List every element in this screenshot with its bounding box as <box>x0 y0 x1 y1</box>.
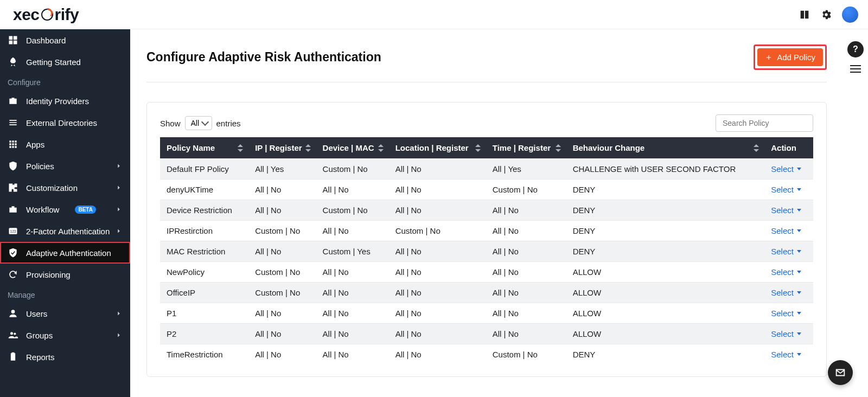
cell-ip: Custom | No <box>248 221 316 241</box>
col-behaviour-change[interactable]: Behaviour Change <box>566 137 765 159</box>
action-select[interactable]: Select <box>771 288 801 297</box>
shield-check-icon <box>8 247 18 258</box>
sidebar-item-adaptive-authentication[interactable]: Adaptive Authentication <box>0 242 130 264</box>
chevron-right-icon <box>115 206 123 213</box>
action-select[interactable]: Select <box>771 206 801 215</box>
action-select[interactable]: Select <box>771 350 801 359</box>
cell-action: Select <box>764 180 813 200</box>
sidebar-item-2-factor-authentication[interactable]: 1232-Factor Authentication <box>0 220 130 242</box>
cell-behaviour: DENY <box>566 200 765 221</box>
beta-badge: BETA <box>75 206 95 214</box>
col-policy-name[interactable]: Policy Name <box>160 137 248 159</box>
sidebar-item-apps[interactable]: Apps <box>0 133 130 155</box>
mail-icon <box>834 367 846 379</box>
cell-location: All | No <box>389 324 486 344</box>
action-select[interactable]: Select <box>771 226 801 235</box>
add-policy-label: Add Policy <box>777 53 815 62</box>
cell-location: All | No <box>389 303 486 324</box>
cell-device: All | No <box>316 344 389 365</box>
cell-location: All | No <box>389 180 486 200</box>
chevron-right-icon <box>115 331 123 339</box>
col-time-register[interactable]: Time | Register <box>486 137 566 159</box>
cell-action: Select <box>764 241 813 262</box>
cell-ip: All | No <box>248 303 316 324</box>
sidebar-item-external-directories[interactable]: External Directories <box>0 112 130 133</box>
sidebar-item-policies[interactable]: Policies <box>0 155 130 177</box>
cell-behaviour: DENY <box>566 241 765 262</box>
add-policy-highlight: Add Policy <box>754 44 827 70</box>
table-row: IPRestirctionCustom | NoAll | NoCustom |… <box>160 221 813 241</box>
action-select[interactable]: Select <box>771 309 801 318</box>
col-ip-register[interactable]: IP | Register <box>248 137 316 159</box>
briefcase-plus-icon <box>8 95 18 106</box>
topbar-actions <box>799 7 858 23</box>
cell-behaviour: ALLOW <box>566 283 765 303</box>
mail-fab[interactable] <box>828 360 853 385</box>
chevron-right-icon <box>115 227 123 235</box>
cell-action: Select <box>764 262 813 283</box>
book-icon[interactable] <box>799 9 810 21</box>
cell-device: All | No <box>316 262 389 283</box>
sidebar-item-label: Reports <box>26 353 55 362</box>
action-select[interactable]: Select <box>771 247 801 256</box>
cell-behaviour: ALLOW <box>566 303 765 324</box>
sidebar-item-dashboard[interactable]: Dashboard <box>0 29 130 51</box>
sidebar-item-label: External Directories <box>26 118 97 127</box>
sort-icon <box>305 144 311 152</box>
table-row: Default FP PolicyAll | YesCustom | NoAll… <box>160 159 813 180</box>
sidebar-item-groups[interactable]: Groups <box>0 324 130 346</box>
table-row: P1All | NoAll | NoAll | NoAll | NoALLOWS… <box>160 303 813 324</box>
cell-name: IPRestirction <box>160 221 248 241</box>
brand-mark-icon <box>41 9 53 21</box>
sidebar-item-label: Getting Started <box>26 57 81 67</box>
show-label-before: Show <box>160 119 181 128</box>
table-row: TimeRestrictionAll | NoAll | NoAll | NoC… <box>160 344 813 365</box>
page-title: Configure Adaptive Risk Authentication <box>146 50 381 65</box>
col-location-register[interactable]: Location | Register <box>389 137 486 159</box>
action-select[interactable]: Select <box>771 329 801 338</box>
sidebar-item-reports[interactable]: Reports <box>0 346 130 368</box>
group-icon <box>8 330 18 341</box>
sidebar-section-manage: Manage <box>0 285 130 303</box>
sidebar-item-identity-providers[interactable]: Identity Providers <box>0 90 130 112</box>
col-device-mac[interactable]: Device | MAC <box>316 137 389 159</box>
hamburger-icon[interactable] <box>850 65 861 73</box>
search-input[interactable] <box>716 114 813 132</box>
cell-location: All | No <box>389 262 486 283</box>
sidebar-item-label: Identity Providers <box>26 97 89 106</box>
cell-name: TimeRestriction <box>160 344 248 365</box>
cell-location: Custom | No <box>389 221 486 241</box>
sidebar-item-customization[interactable]: Customization <box>0 177 130 198</box>
sidebar-item-getting-started[interactable]: Getting Started <box>0 51 130 73</box>
sidebar-item-workflow[interactable]: WorkflowBETA <box>0 198 130 220</box>
action-select[interactable]: Select <box>771 164 801 174</box>
sidebar-item-label: Users <box>26 309 47 318</box>
sort-icon <box>378 144 384 152</box>
sidebar-item-users[interactable]: Users <box>0 303 130 324</box>
cell-time: All | No <box>486 221 566 241</box>
cell-ip: All | No <box>248 324 316 344</box>
cell-time: All | No <box>486 324 566 344</box>
help-button[interactable]: ? <box>847 41 864 57</box>
add-policy-button[interactable]: Add Policy <box>757 48 823 66</box>
cell-action: Select <box>764 283 813 303</box>
avatar[interactable] <box>842 7 858 23</box>
cell-ip: All | No <box>248 241 316 262</box>
cell-device: Custom | No <box>316 200 389 221</box>
table-row: MAC RestrictionAll | NoCustom | YesAll |… <box>160 241 813 262</box>
sidebar-item-label: Apps <box>26 140 44 149</box>
action-select[interactable]: Select <box>771 185 801 194</box>
brand-logo[interactable]: xec rify <box>13 5 79 24</box>
cell-name: Default FP Policy <box>160 159 248 180</box>
entries-select[interactable]: All <box>185 116 212 130</box>
cell-name: P1 <box>160 303 248 324</box>
grid-icon <box>8 139 18 150</box>
cell-name: OfficeIP <box>160 283 248 303</box>
rocket-icon <box>8 56 18 67</box>
cell-behaviour: CHALLENGE with USER SECOND FACTOR <box>566 159 765 180</box>
policy-table: Policy NameIP | RegisterDevice | MACLoca… <box>160 137 813 364</box>
col-action[interactable]: Action <box>764 137 813 159</box>
action-select[interactable]: Select <box>771 267 801 277</box>
gear-icon[interactable] <box>820 9 832 21</box>
sidebar-item-provisioning[interactable]: Provisioning <box>0 264 130 285</box>
